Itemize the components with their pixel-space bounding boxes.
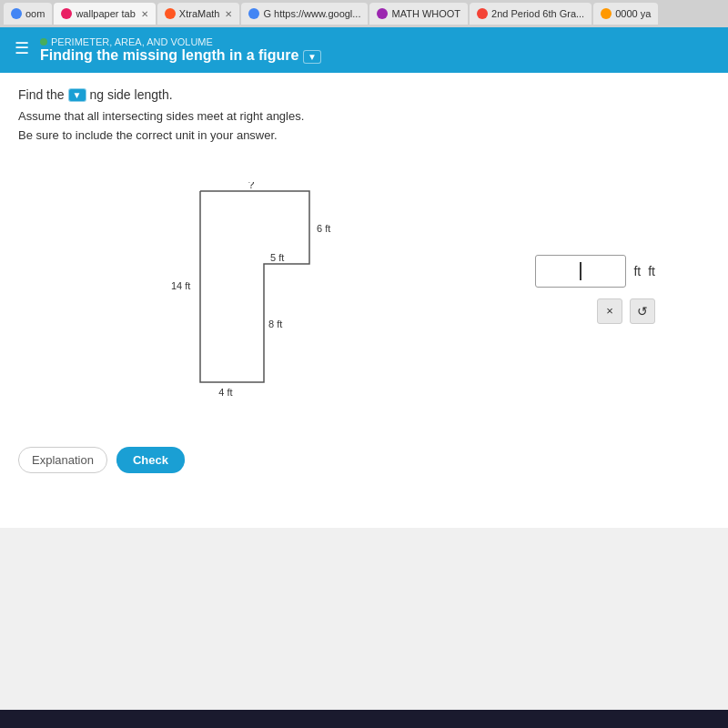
page-title: Finding the missing length in a figure ▼ xyxy=(40,47,321,64)
unit-label-ft: ft xyxy=(633,264,641,278)
label-5ft: 5 ft xyxy=(270,252,284,263)
explanation-button[interactable]: Explanation xyxy=(18,447,107,473)
label-6ft: 6 ft xyxy=(317,223,330,234)
header-text: PERIMETER, AREA, AND VOLUME Finding the … xyxy=(40,36,321,64)
content-area: ☰ PERIMETER, AREA, AND VOLUME Finding th… xyxy=(0,27,728,710)
instruction-line1: Assume that all intersecting sides meet … xyxy=(18,107,710,126)
bottom-buttons: Explanation Check xyxy=(18,447,185,473)
tab-google-label: G https://www.googl... xyxy=(263,8,360,19)
answer-input[interactable] xyxy=(535,255,626,288)
tab-period6[interactable]: 2nd Period 6th Gra... xyxy=(470,3,592,25)
question-chevron[interactable]: ▼ xyxy=(68,88,86,102)
top-question-mark: ? xyxy=(248,182,255,191)
tab-bar: oom wallpaper tab ✕ XtraMath ✕ G https:/… xyxy=(0,0,728,27)
status-dot xyxy=(40,38,47,46)
answer-area: ft ft xyxy=(535,255,655,288)
aleks-header: ☰ PERIMETER, AREA, AND VOLUME Finding th… xyxy=(0,27,728,73)
check-button[interactable]: Check xyxy=(116,447,185,473)
tab-wallpaper-label: wallpaper tab xyxy=(76,8,135,19)
zoom-favicon xyxy=(11,8,22,19)
text-cursor xyxy=(580,262,581,280)
mathwhoot-favicon xyxy=(377,8,388,19)
label-8ft: 8 ft xyxy=(268,318,282,329)
tab-zoom-label: oom xyxy=(25,8,45,19)
unit-label-ft2: ft xyxy=(648,264,655,278)
instruction-line2: Be sure to include the correct unit in y… xyxy=(18,126,710,146)
action-buttons: × ↺ xyxy=(597,298,655,324)
tab-wallpaper[interactable]: wallpaper tab ✕ xyxy=(54,3,155,25)
question-area: Find the ▼ ng side length. Assume that a… xyxy=(0,73,728,528)
tab-zoom[interactable]: oom xyxy=(4,3,52,25)
question-suffix: ng side length. xyxy=(90,87,173,102)
tab-wallpaper-close[interactable]: ✕ xyxy=(141,9,148,19)
tab-mathwhoot-label: MATH WHOOT xyxy=(391,8,460,19)
question-prefix: Find the xyxy=(18,87,65,102)
period6-favicon xyxy=(477,8,488,19)
tab-xtramath-label: XtraMath xyxy=(179,8,220,19)
clear-button[interactable]: × xyxy=(597,298,622,324)
label-4ft: 4 ft xyxy=(218,387,232,398)
tab-xtramath[interactable]: XtraMath ✕ xyxy=(157,3,240,25)
hamburger-menu[interactable]: ☰ xyxy=(15,38,29,58)
tab-0000ya[interactable]: 0000 ya xyxy=(593,3,658,25)
title-text: Finding the missing length in a figure xyxy=(40,47,298,63)
0000ya-favicon xyxy=(601,8,612,19)
instructions: Assume that all intersecting sides meet … xyxy=(18,107,710,146)
tab-0000ya-label: 0000 ya xyxy=(615,8,651,19)
header-subtitle-text: PERIMETER, AREA, AND VOLUME xyxy=(51,36,213,47)
chevron-down-icon[interactable]: ▼ xyxy=(303,50,321,64)
label-14ft: 14 ft xyxy=(171,280,190,291)
undo-button[interactable]: ↺ xyxy=(630,298,655,324)
figure-shape xyxy=(200,191,309,382)
google-favicon xyxy=(248,8,259,19)
header-subtitle: PERIMETER, AREA, AND VOLUME xyxy=(40,36,321,47)
xtramath-favicon xyxy=(165,8,176,19)
tab-period6-label: 2nd Period 6th Gra... xyxy=(491,8,584,19)
figure-svg: ? 6 ft 14 ft 5 ft 8 ft 4 ft xyxy=(164,182,364,455)
tab-mathwhoot[interactable]: MATH WHOOT xyxy=(369,3,468,25)
wallpaper-favicon xyxy=(61,8,72,19)
tab-xtramath-close[interactable]: ✕ xyxy=(225,9,232,19)
question-text: Find the ▼ ng side length. xyxy=(18,87,710,102)
figure-container: ? 6 ft 14 ft 5 ft 8 ft 4 ft xyxy=(18,164,710,455)
tab-google[interactable]: G https://www.googl... xyxy=(241,3,368,25)
